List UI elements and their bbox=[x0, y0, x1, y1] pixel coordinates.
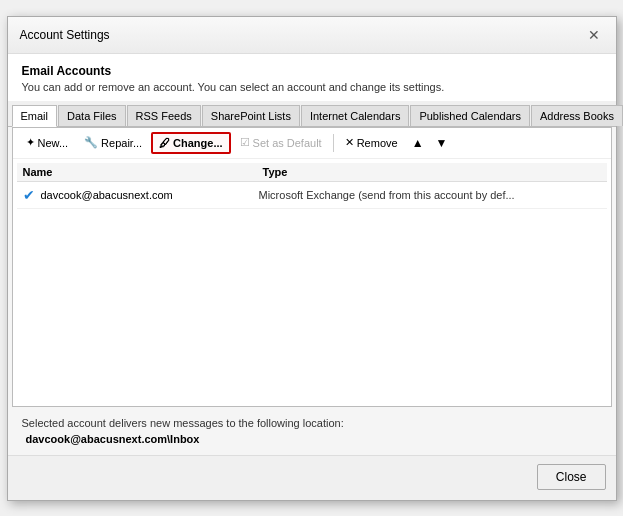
dialog-title: Account Settings bbox=[20, 28, 110, 42]
repair-label: Repair... bbox=[101, 137, 142, 149]
set-default-icon: ☑ bbox=[240, 136, 250, 149]
tab-content-email: ✦ New... 🔧 Repair... 🖊 Change... ☑ Set a… bbox=[12, 127, 612, 407]
account-table: Name Type ✔ davcook@abacusnext.com Micro… bbox=[13, 159, 611, 406]
tab-rss-feeds[interactable]: RSS Feeds bbox=[127, 105, 201, 126]
dialog-footer: Selected account delivers new messages t… bbox=[8, 407, 616, 455]
tab-address-books[interactable]: Address Books bbox=[531, 105, 623, 126]
account-check-icon: ✔ bbox=[23, 187, 35, 203]
repair-button[interactable]: 🔧 Repair... bbox=[77, 132, 149, 153]
change-button[interactable]: 🖊 Change... bbox=[151, 132, 231, 154]
new-label: New... bbox=[38, 137, 69, 149]
new-icon: ✦ bbox=[26, 136, 35, 149]
remove-label: Remove bbox=[357, 137, 398, 149]
set-default-button[interactable]: ☑ Set as Default bbox=[233, 132, 329, 153]
tab-sharepoint[interactable]: SharePoint Lists bbox=[202, 105, 300, 126]
change-icon: 🖊 bbox=[159, 137, 170, 149]
tab-internet-calendars[interactable]: Internet Calendars bbox=[301, 105, 410, 126]
remove-icon: ✕ bbox=[345, 136, 354, 149]
footer-location: davcook@abacusnext.com\Inbox bbox=[26, 433, 602, 445]
title-bar: Account Settings ✕ bbox=[8, 17, 616, 54]
col-header-type: Type bbox=[263, 166, 601, 178]
new-account-button[interactable]: ✦ New... bbox=[19, 132, 76, 153]
table-header: Name Type bbox=[17, 163, 607, 182]
account-settings-dialog: Account Settings ✕ Email Accounts You ca… bbox=[7, 16, 617, 501]
header-description: You can add or remove an account. You ca… bbox=[22, 81, 602, 93]
account-type: Microsoft Exchange (send from this accou… bbox=[259, 189, 601, 201]
tabs-bar: Email Data Files RSS Feeds SharePoint Li… bbox=[8, 101, 616, 127]
change-label: Change... bbox=[173, 137, 223, 149]
email-toolbar: ✦ New... 🔧 Repair... 🖊 Change... ☑ Set a… bbox=[13, 128, 611, 159]
toolbar-separator bbox=[333, 134, 334, 152]
footer-text: Selected account delivers new messages t… bbox=[22, 417, 602, 429]
set-default-label: Set as Default bbox=[253, 137, 322, 149]
close-button[interactable]: Close bbox=[537, 464, 606, 490]
tab-published-calendars[interactable]: Published Calendars bbox=[410, 105, 530, 126]
dialog-bottom-bar: Close bbox=[8, 455, 616, 500]
header-title: Email Accounts bbox=[22, 64, 602, 78]
repair-icon: 🔧 bbox=[84, 136, 98, 149]
title-bar-close-button[interactable]: ✕ bbox=[584, 25, 604, 45]
tab-email[interactable]: Email bbox=[12, 105, 58, 127]
move-down-button[interactable]: ▼ bbox=[431, 133, 453, 153]
tab-data-files[interactable]: Data Files bbox=[58, 105, 126, 126]
table-row[interactable]: ✔ davcook@abacusnext.com Microsoft Excha… bbox=[17, 182, 607, 209]
col-header-name: Name bbox=[23, 166, 263, 178]
account-name: davcook@abacusnext.com bbox=[41, 189, 259, 201]
move-up-button[interactable]: ▲ bbox=[407, 133, 429, 153]
dialog-header: Email Accounts You can add or remove an … bbox=[8, 54, 616, 101]
remove-button[interactable]: ✕ Remove bbox=[338, 132, 405, 153]
